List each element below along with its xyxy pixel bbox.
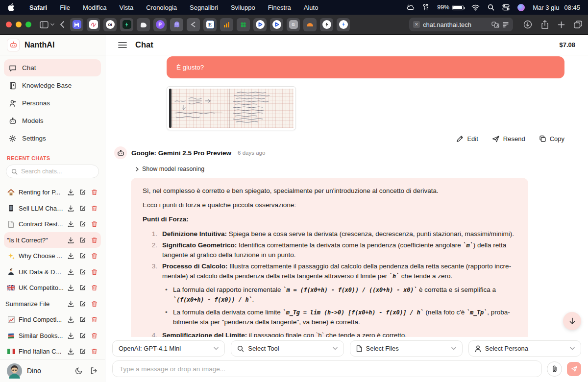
delete-chat-icon[interactable] [91, 252, 98, 260]
new-tab-icon[interactable] [558, 21, 565, 28]
download-chat-icon[interactable] [67, 252, 74, 260]
attach-paperclip-icon[interactable] [547, 361, 562, 377]
menu-finestra[interactable]: Finestra [268, 4, 291, 11]
chat-title[interactable]: Similar Books... [19, 332, 64, 339]
delete-chat-icon[interactable] [91, 205, 98, 212]
download-chat-icon[interactable] [67, 284, 74, 291]
sidebar-toggle-icon[interactable] [40, 21, 54, 28]
delete-chat-icon[interactable] [91, 316, 98, 323]
clover-ext-icon[interactable] [237, 18, 250, 31]
chat-item-similar-books[interactable]: Similar Books... [4, 328, 101, 344]
rename-chat-icon[interactable] [79, 237, 86, 244]
account-balance[interactable]: $7.08 [559, 41, 575, 48]
resend-message-button[interactable]: Resend [492, 135, 525, 143]
mound-ext-icon[interactable] [303, 18, 317, 31]
rename-chat-icon[interactable] [79, 252, 86, 260]
downloads-icon[interactable] [523, 20, 532, 29]
menu-cronologia[interactable]: Cronologia [146, 4, 177, 11]
menu-aiuto[interactable]: Aiuto [304, 4, 318, 11]
black-flash-ext-icon[interactable] [320, 18, 333, 31]
send-button[interactable] [567, 362, 581, 376]
menu-segnalibri[interactable]: Segnalibri [190, 4, 218, 11]
chat-messages[interactable]: È giusto? [105, 55, 588, 337]
delete-chat-icon[interactable] [91, 332, 98, 339]
message-input[interactable] [112, 360, 542, 377]
user-avatar[interactable] [7, 363, 22, 379]
hamburger-menu-icon[interactable] [118, 42, 127, 48]
nav-item-settings[interactable]: Settings [4, 130, 101, 147]
chat-item-renting[interactable]: Renting for P... [4, 184, 101, 200]
close-window-button[interactable] [6, 22, 12, 27]
floppy-ext-icon[interactable] [70, 18, 83, 31]
menu-file[interactable]: File [60, 4, 70, 11]
e-badge-ext-icon[interactable]: E [203, 18, 217, 31]
apple-icon[interactable] [8, 3, 15, 11]
chat-item-why-choose[interactable]: Why Choose ... [4, 248, 101, 264]
chat-title[interactable]: Why Choose ... [19, 252, 64, 260]
delete-chat-icon[interactable] [91, 220, 98, 228]
delete-chat-icon[interactable] [91, 268, 98, 276]
rename-chat-icon[interactable] [79, 348, 86, 355]
files-select[interactable]: Select Files [350, 340, 463, 357]
download-chat-icon[interactable] [67, 332, 74, 339]
share-chevron-ext-icon[interactable] [187, 18, 200, 31]
nav-item-personas[interactable]: Personas [4, 95, 101, 112]
siri-icon[interactable] [517, 4, 525, 11]
download-chat-icon[interactable] [67, 348, 74, 355]
keychain-icon[interactable] [422, 4, 429, 11]
chat-title[interactable]: Find Italian C... [19, 348, 64, 355]
oi-ext-icon[interactable]: OI [103, 18, 117, 31]
scribble-ext-icon[interactable] [87, 18, 100, 31]
chat-item-summarize-file[interactable]: Summarize File [4, 296, 101, 312]
play-ext-2-icon[interactable] [270, 18, 283, 31]
dark-mode-moon-icon[interactable] [75, 367, 83, 375]
rename-chat-icon[interactable] [79, 284, 86, 291]
delete-chat-icon[interactable] [91, 300, 98, 308]
edit-message-button[interactable]: Edit [456, 135, 478, 143]
minimize-window-button[interactable] [16, 22, 22, 27]
download-chat-icon[interactable] [67, 237, 74, 244]
scroll-to-bottom-button[interactable] [563, 312, 581, 330]
content-blocker-icon[interactable]: ✕ [413, 21, 420, 28]
reader-icon[interactable] [502, 22, 509, 27]
delete-chat-icon[interactable] [91, 348, 98, 355]
chat-item-uk-competitors[interactable]: UK Competito... [4, 280, 101, 296]
chat-item-contract[interactable]: Contract Rest... [4, 216, 101, 232]
show-reasoning-toggle[interactable]: Show model reasoning [136, 166, 588, 172]
share-icon[interactable] [541, 20, 549, 29]
chat-item-sell-llm[interactable]: Sell LLM Chat... [4, 200, 101, 216]
g-badge-ext-icon[interactable]: G [287, 18, 300, 31]
chat-item-find-italian[interactable]: Find Italian C... [4, 343, 101, 359]
spotlight-icon[interactable] [488, 4, 494, 11]
chat-title[interactable]: Renting for P... [19, 189, 64, 196]
address-bar[interactable]: ✕ chat.nanthai.tech [409, 18, 513, 31]
rename-chat-icon[interactable] [79, 189, 86, 196]
rename-chat-icon[interactable] [79, 205, 86, 212]
copy-message-button[interactable]: Copy [539, 135, 564, 143]
rename-chat-icon[interactable] [79, 300, 86, 308]
logout-icon[interactable] [90, 367, 98, 375]
chat-title[interactable]: UK Data & De... [19, 268, 64, 276]
nav-item-chat[interactable]: Chat [4, 59, 101, 76]
ghost-ext-icon[interactable] [170, 18, 183, 31]
tab-overview-icon[interactable] [574, 21, 582, 28]
weather-icon[interactable] [406, 4, 415, 11]
zoom-window-button[interactable] [25, 22, 31, 27]
battery-indicator[interactable]: 99% [437, 4, 464, 11]
download-chat-icon[interactable] [67, 189, 74, 196]
model-select[interactable]: OpenAI: GPT-4.1 Mini [112, 340, 225, 357]
control-center-icon[interactable] [502, 4, 510, 11]
download-chat-icon[interactable] [67, 316, 74, 323]
chat-item-uk-data[interactable]: UK Data & De... [4, 264, 101, 280]
menu-vista[interactable]: Vista [120, 4, 134, 11]
search-input[interactable] [21, 168, 94, 175]
rename-chat-icon[interactable] [79, 220, 86, 228]
delete-chat-icon[interactable] [91, 237, 98, 244]
download-chat-icon[interactable] [67, 220, 74, 228]
menu-safari[interactable]: Safari [29, 4, 47, 11]
rename-chat-icon[interactable] [79, 268, 86, 276]
back-icon[interactable] [60, 21, 65, 28]
url-text[interactable]: chat.nanthai.tech [423, 21, 489, 28]
translate-icon[interactable] [491, 22, 499, 28]
chat-title[interactable]: "Is It Correct?" [7, 237, 64, 244]
